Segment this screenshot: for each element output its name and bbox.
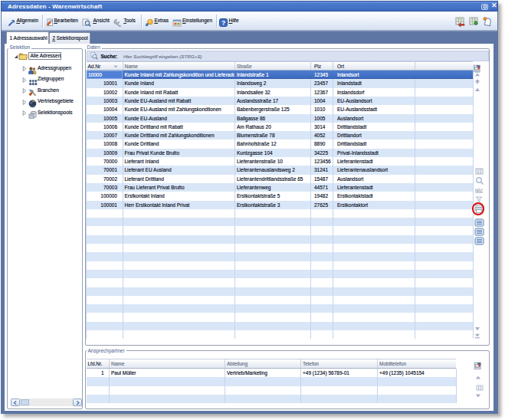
svg-text:?: ? xyxy=(221,19,225,27)
